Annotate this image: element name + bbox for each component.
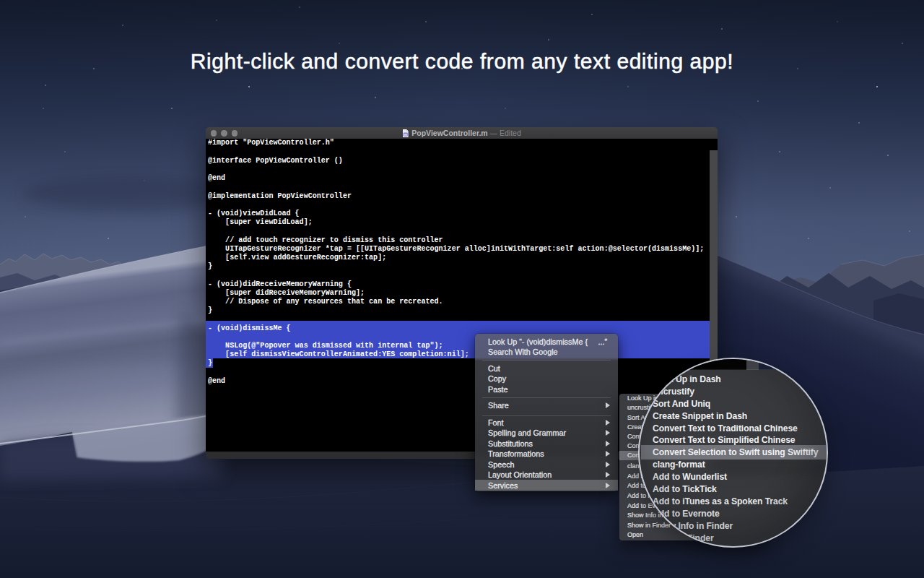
svg-text:m: m [404, 133, 407, 137]
